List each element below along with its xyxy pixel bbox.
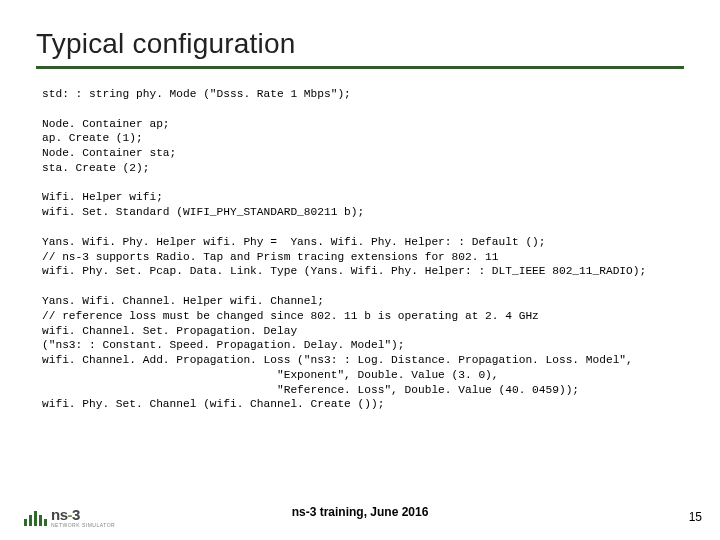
slide-title: Typical configuration xyxy=(36,28,684,60)
footer-text: ns-3 training, June 2016 xyxy=(292,505,429,519)
footer: ns-3 training, June 2016 xyxy=(0,498,720,526)
code-block: std: : string phy. Mode ("Dsss. Rate 1 M… xyxy=(36,87,684,412)
slide: Typical configuration std: : string phy.… xyxy=(0,0,720,540)
title-rule xyxy=(36,66,684,69)
page-number: 15 xyxy=(689,510,702,524)
